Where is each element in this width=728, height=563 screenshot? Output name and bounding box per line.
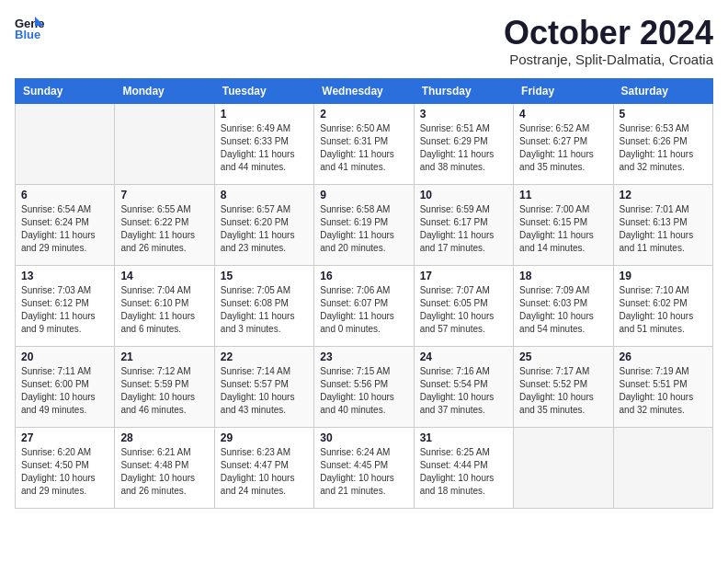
calendar-cell: 13Sunrise: 7:03 AMSunset: 6:12 PMDayligh…: [16, 265, 115, 346]
calendar-cell: 6Sunrise: 6:54 AMSunset: 6:24 PMDaylight…: [16, 184, 115, 265]
day-number: 8: [221, 189, 308, 201]
title-section: October 2024 Postranje, Split-Dalmatia, …: [504, 15, 713, 67]
day-info: Sunrise: 7:00 AMSunset: 6:15 PMDaylight:…: [519, 203, 607, 255]
calendar-cell: 21Sunrise: 7:12 AMSunset: 5:59 PMDayligh…: [115, 346, 214, 427]
calendar-table: SundayMondayTuesdayWednesdayThursdayFrid…: [15, 78, 713, 509]
calendar-cell: 1Sunrise: 6:49 AMSunset: 6:33 PMDaylight…: [214, 103, 313, 184]
calendar-cell: 26Sunrise: 7:19 AMSunset: 5:51 PMDayligh…: [613, 346, 712, 427]
day-number: 7: [120, 189, 208, 201]
calendar-cell: 31Sunrise: 6:25 AMSunset: 4:44 PMDayligh…: [414, 427, 513, 508]
calendar-cell: 27Sunrise: 6:20 AMSunset: 4:50 PMDayligh…: [16, 427, 115, 508]
calendar-cell: 20Sunrise: 7:11 AMSunset: 6:00 PMDayligh…: [16, 346, 115, 427]
day-info: Sunrise: 6:54 AMSunset: 6:24 PMDaylight:…: [21, 203, 108, 255]
calendar-cell: 15Sunrise: 7:05 AMSunset: 6:08 PMDayligh…: [214, 265, 313, 346]
day-number: 11: [519, 189, 607, 201]
day-number: 24: [420, 350, 507, 363]
weekday-header-thursday: Thursday: [414, 78, 513, 103]
weekday-header-sunday: Sunday: [16, 78, 115, 103]
svg-text:Blue: Blue: [15, 28, 40, 40]
day-number: 31: [420, 431, 507, 444]
day-info: Sunrise: 6:57 AMSunset: 6:20 PMDaylight:…: [221, 203, 308, 255]
day-info: Sunrise: 6:21 AMSunset: 4:48 PMDaylight:…: [120, 446, 208, 498]
day-info: Sunrise: 6:50 AMSunset: 6:31 PMDaylight:…: [320, 122, 407, 174]
calendar-cell: 9Sunrise: 6:58 AMSunset: 6:19 PMDaylight…: [314, 184, 414, 265]
calendar-cell: 19Sunrise: 7:10 AMSunset: 6:02 PMDayligh…: [613, 265, 712, 346]
day-number: 4: [519, 108, 607, 121]
day-info: Sunrise: 6:20 AMSunset: 4:50 PMDaylight:…: [21, 446, 108, 498]
day-info: Sunrise: 7:10 AMSunset: 6:02 PMDaylight:…: [620, 284, 707, 336]
calendar-cell: 28Sunrise: 6:21 AMSunset: 4:48 PMDayligh…: [115, 427, 214, 508]
day-info: Sunrise: 6:55 AMSunset: 6:22 PMDaylight:…: [120, 203, 208, 255]
calendar-cell: 5Sunrise: 6:53 AMSunset: 6:26 PMDaylight…: [613, 103, 712, 184]
day-number: 18: [519, 270, 607, 282]
day-number: 26: [620, 350, 707, 363]
calendar-cell: 11Sunrise: 7:00 AMSunset: 6:15 PMDayligh…: [514, 184, 613, 265]
day-number: 2: [320, 108, 407, 121]
day-number: 22: [221, 350, 308, 363]
day-info: Sunrise: 7:05 AMSunset: 6:08 PMDaylight:…: [221, 284, 308, 336]
day-info: Sunrise: 6:24 AMSunset: 4:45 PMDaylight:…: [320, 446, 407, 498]
day-info: Sunrise: 7:16 AMSunset: 5:54 PMDaylight:…: [420, 365, 507, 417]
day-number: 30: [320, 431, 407, 444]
day-number: 12: [620, 189, 707, 201]
logo-icon: General Blue: [15, 15, 44, 40]
day-info: Sunrise: 6:53 AMSunset: 6:26 PMDaylight:…: [620, 122, 707, 174]
day-number: 28: [120, 431, 208, 444]
day-number: 1: [221, 108, 308, 121]
day-info: Sunrise: 7:01 AMSunset: 6:13 PMDaylight:…: [620, 203, 707, 255]
calendar-cell: [115, 103, 214, 184]
day-info: Sunrise: 6:59 AMSunset: 6:17 PMDaylight:…: [420, 203, 507, 255]
day-info: Sunrise: 7:09 AMSunset: 6:03 PMDaylight:…: [519, 284, 607, 336]
day-number: 14: [120, 270, 208, 282]
day-number: 27: [21, 431, 108, 444]
day-info: Sunrise: 6:52 AMSunset: 6:27 PMDaylight:…: [519, 122, 607, 174]
calendar-cell: 8Sunrise: 6:57 AMSunset: 6:20 PMDaylight…: [214, 184, 313, 265]
day-info: Sunrise: 6:49 AMSunset: 6:33 PMDaylight:…: [221, 122, 308, 174]
calendar-cell: 10Sunrise: 6:59 AMSunset: 6:17 PMDayligh…: [414, 184, 513, 265]
location-subtitle: Postranje, Split-Dalmatia, Croatia: [504, 52, 713, 67]
day-info: Sunrise: 7:07 AMSunset: 6:05 PMDaylight:…: [420, 284, 507, 336]
day-number: 6: [21, 189, 108, 201]
day-number: 17: [420, 270, 507, 282]
logo: General Blue: [15, 15, 44, 40]
day-number: 25: [519, 350, 607, 363]
weekday-header-saturday: Saturday: [613, 78, 712, 103]
calendar-cell: 4Sunrise: 6:52 AMSunset: 6:27 PMDaylight…: [514, 103, 613, 184]
weekday-header-wednesday: Wednesday: [314, 78, 414, 103]
calendar-cell: 23Sunrise: 7:15 AMSunset: 5:56 PMDayligh…: [314, 346, 414, 427]
day-info: Sunrise: 7:12 AMSunset: 5:59 PMDaylight:…: [120, 365, 208, 417]
weekday-header-tuesday: Tuesday: [214, 78, 313, 103]
calendar-cell: 30Sunrise: 6:24 AMSunset: 4:45 PMDayligh…: [314, 427, 414, 508]
calendar-cell: [613, 427, 712, 508]
day-info: Sunrise: 7:17 AMSunset: 5:52 PMDaylight:…: [519, 365, 607, 417]
day-number: 3: [420, 108, 507, 121]
day-number: 19: [620, 270, 707, 282]
day-number: 13: [21, 270, 108, 282]
day-info: Sunrise: 7:11 AMSunset: 6:00 PMDaylight:…: [21, 365, 108, 417]
day-number: 29: [221, 431, 308, 444]
day-info: Sunrise: 7:19 AMSunset: 5:51 PMDaylight:…: [620, 365, 707, 417]
calendar-cell: 14Sunrise: 7:04 AMSunset: 6:10 PMDayligh…: [115, 265, 214, 346]
day-info: Sunrise: 6:25 AMSunset: 4:44 PMDaylight:…: [420, 446, 507, 498]
weekday-header-friday: Friday: [514, 78, 613, 103]
weekday-header-monday: Monday: [115, 78, 214, 103]
calendar-cell: 18Sunrise: 7:09 AMSunset: 6:03 PMDayligh…: [514, 265, 613, 346]
day-number: 23: [320, 350, 407, 363]
calendar-cell: 29Sunrise: 6:23 AMSunset: 4:47 PMDayligh…: [214, 427, 313, 508]
calendar-cell: [16, 103, 115, 184]
day-info: Sunrise: 7:03 AMSunset: 6:12 PMDaylight:…: [21, 284, 108, 336]
calendar-cell: 17Sunrise: 7:07 AMSunset: 6:05 PMDayligh…: [414, 265, 513, 346]
day-number: 21: [120, 350, 208, 363]
calendar-cell: 24Sunrise: 7:16 AMSunset: 5:54 PMDayligh…: [414, 346, 513, 427]
calendar-cell: [514, 427, 613, 508]
calendar-cell: 22Sunrise: 7:14 AMSunset: 5:57 PMDayligh…: [214, 346, 313, 427]
day-info: Sunrise: 6:23 AMSunset: 4:47 PMDaylight:…: [221, 446, 308, 498]
day-info: Sunrise: 7:04 AMSunset: 6:10 PMDaylight:…: [120, 284, 208, 336]
day-info: Sunrise: 6:58 AMSunset: 6:19 PMDaylight:…: [320, 203, 407, 255]
calendar-cell: 12Sunrise: 7:01 AMSunset: 6:13 PMDayligh…: [613, 184, 712, 265]
day-info: Sunrise: 7:15 AMSunset: 5:56 PMDaylight:…: [320, 365, 407, 417]
day-info: Sunrise: 7:14 AMSunset: 5:57 PMDaylight:…: [221, 365, 308, 417]
day-number: 9: [320, 189, 407, 201]
calendar-cell: 2Sunrise: 6:50 AMSunset: 6:31 PMDaylight…: [314, 103, 414, 184]
month-title: October 2024: [504, 15, 713, 52]
